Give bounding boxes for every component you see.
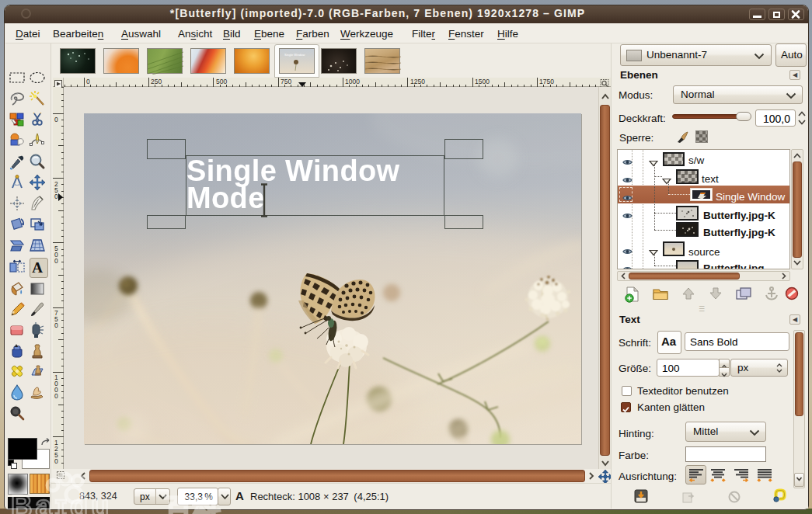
svg-text:250: 250 — [151, 78, 162, 85]
svg-text:0: 0 — [54, 457, 58, 465]
svg-text:500: 500 — [216, 78, 227, 85]
svg-text:1750: 1750 — [539, 78, 554, 85]
svg-text:0: 0 — [54, 392, 58, 400]
svg-text:0: 0 — [54, 321, 58, 329]
svg-text:0: 0 — [54, 116, 58, 123]
svg-text:750: 750 — [281, 78, 291, 85]
svg-text:1250: 1250 — [410, 78, 425, 85]
svg-text:Single Window: Single Window — [284, 53, 305, 57]
svg-text:0: 0 — [54, 193, 58, 200]
svg-text:1500: 1500 — [475, 78, 490, 85]
svg-text:0: 0 — [86, 78, 90, 85]
svg-text:0: 0 — [54, 257, 58, 265]
svg-text:1000: 1000 — [345, 78, 360, 85]
svg-text:A: A — [32, 259, 43, 276]
